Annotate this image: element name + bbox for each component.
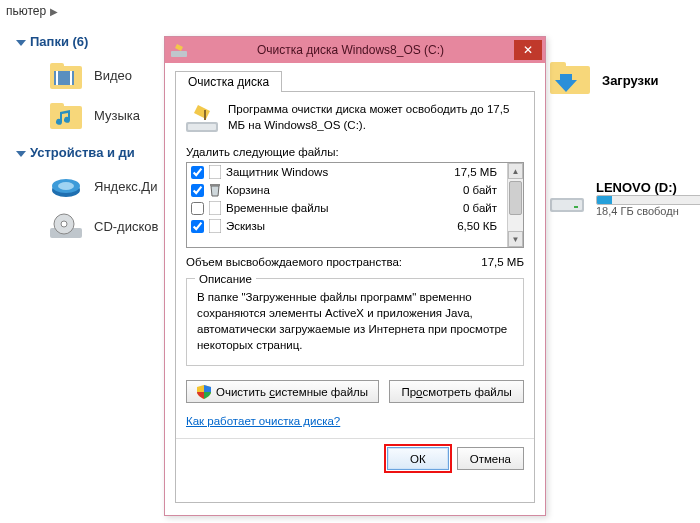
shield-icon: [197, 385, 211, 399]
file-list-label: Удалить следующие файлы:: [186, 146, 524, 158]
close-icon: ✕: [523, 43, 533, 57]
divider: [176, 438, 534, 439]
file-type-icon: [208, 201, 222, 215]
disk-cleanup-icon: [171, 42, 187, 58]
scroll-track[interactable]: [508, 179, 523, 231]
disk-cleanup-large-icon: [186, 102, 218, 134]
video-folder-icon: [50, 61, 82, 89]
svg-rect-16: [552, 200, 582, 210]
file-list-item[interactable]: Эскизы 6,50 КБ: [187, 217, 507, 235]
folder-item-downloads[interactable]: Загрузки: [550, 60, 680, 100]
file-size: 0 байт: [463, 202, 503, 214]
file-size: 17,5 МБ: [454, 166, 503, 178]
file-size: 6,50 КБ: [457, 220, 503, 232]
folder-label: Музыка: [94, 108, 140, 123]
cancel-button[interactable]: Отмена: [457, 447, 524, 470]
section-folders-label: Папки (6): [30, 34, 88, 49]
description-group: Описание В папке "Загруженные файлы прог…: [186, 278, 524, 366]
svg-rect-20: [188, 124, 216, 130]
scrollbar[interactable]: ▲ ▼: [507, 163, 523, 247]
dialog-title: Очистка диска Windows8_OS (C:): [187, 43, 514, 57]
svg-rect-18: [171, 51, 187, 57]
svg-rect-23: [210, 184, 220, 186]
file-name: Эскизы: [226, 220, 453, 232]
section-devices-label: Устройства и ди: [30, 145, 135, 160]
downloads-folder-icon: [550, 60, 590, 96]
description-legend: Описание: [195, 271, 256, 287]
intro-text: Программа очистки диска может освободить…: [228, 102, 524, 133]
tab-cleanup[interactable]: Очистка диска: [175, 71, 282, 92]
scroll-down-button[interactable]: ▼: [508, 231, 523, 247]
svg-rect-3: [56, 71, 58, 85]
drive-free-label: 18,4 ГБ свободн: [596, 205, 700, 217]
disk-cleanup-dialog: Очистка диска Windows8_OS (C:) ✕ Очистка…: [164, 36, 546, 516]
file-list: ↗ Защитник Windows 17,5 МБ Корзина: [186, 162, 524, 248]
how-it-works-link[interactable]: Как работает очистка диска?: [186, 415, 340, 427]
file-name: Корзина: [226, 184, 459, 196]
tab-label: Очистка диска: [188, 75, 269, 89]
svg-rect-14: [550, 62, 566, 70]
svg-rect-17: [574, 206, 578, 208]
clean-system-files-button[interactable]: Очистить системные файлы: [186, 380, 379, 403]
folder-label: Видео: [94, 68, 132, 83]
recycle-bin-icon: [208, 183, 222, 197]
file-name: Защитник Windows: [226, 166, 450, 178]
downloads-label: Загрузки: [602, 73, 659, 88]
file-list-item[interactable]: Корзина 0 байт: [187, 181, 507, 199]
description-text: В папке "Загруженные файлы программ" вре…: [197, 289, 513, 353]
svg-rect-21: [204, 110, 206, 120]
button-label: Очистить системные файлы: [216, 386, 368, 398]
yandex-disk-icon: [50, 172, 82, 200]
scroll-thumb[interactable]: [509, 181, 522, 215]
file-type-icon: [208, 165, 222, 179]
svg-rect-4: [70, 71, 72, 85]
chevron-right-icon: ▶: [50, 6, 58, 17]
file-checkbox[interactable]: [191, 184, 204, 197]
file-list-item[interactable]: Временные файлы 0 байт: [187, 199, 507, 217]
summary-label: Объем высвобождаемого пространства:: [186, 256, 402, 268]
triangle-down-icon: [16, 40, 26, 46]
button-label: ОК: [410, 453, 426, 465]
cd-drive-icon: [50, 212, 82, 240]
file-checkbox[interactable]: [191, 166, 204, 179]
drive-usage-bar: [596, 195, 700, 205]
hard-drive-icon: [550, 184, 584, 214]
explorer-window: пьютер ▶ Папки (6) Видео Музыка Устройст…: [0, 0, 700, 523]
folder-label: CD-дисков: [94, 219, 158, 234]
titlebar[interactable]: Очистка диска Windows8_OS (C:) ✕: [165, 37, 545, 63]
triangle-down-icon: [16, 151, 26, 157]
file-type-icon: [208, 219, 222, 233]
svg-rect-24: [209, 201, 221, 215]
ok-button[interactable]: ОК: [387, 447, 449, 470]
view-files-button[interactable]: Просмотреть файлы: [389, 380, 524, 403]
music-folder-icon: [50, 101, 82, 129]
svg-rect-1: [50, 63, 64, 69]
scroll-up-button[interactable]: ▲: [508, 163, 523, 179]
file-checkbox[interactable]: [191, 220, 204, 233]
svg-point-12: [61, 221, 67, 227]
button-label: Отмена: [470, 453, 511, 465]
file-list-item[interactable]: Защитник Windows 17,5 МБ: [187, 163, 507, 181]
svg-rect-6: [50, 103, 64, 109]
svg-rect-25: [209, 219, 221, 233]
file-size: 0 байт: [463, 184, 503, 196]
breadcrumb[interactable]: пьютер ▶: [0, 0, 64, 22]
button-label: Просмотреть файлы: [401, 386, 511, 398]
breadcrumb-label: пьютер: [6, 4, 46, 18]
drive-item-lenovo[interactable]: LENOVO (D:) 18,4 ГБ свободн: [550, 180, 680, 218]
svg-point-9: [58, 182, 74, 190]
file-name: Временные файлы: [226, 202, 459, 214]
drive-label: LENOVO (D:): [596, 180, 700, 195]
close-button[interactable]: ✕: [514, 40, 542, 60]
svg-rect-22: [209, 165, 221, 179]
folder-label: Яндекс.Ди: [94, 179, 157, 194]
file-checkbox[interactable]: [191, 202, 204, 215]
summary-value: 17,5 МБ: [481, 256, 524, 268]
